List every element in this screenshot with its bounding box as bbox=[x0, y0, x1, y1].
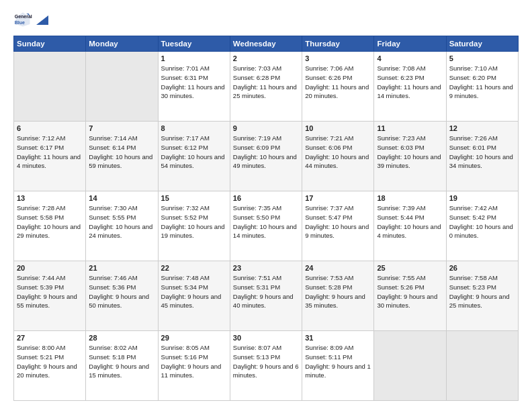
sunset-text: Sunset: 6:20 PM bbox=[449, 74, 496, 81]
day-header-sunday: Sunday bbox=[14, 36, 86, 52]
sunset-text: Sunset: 5:47 PM bbox=[305, 214, 352, 221]
sunset-text: Sunset: 6:12 PM bbox=[161, 144, 208, 151]
day-number: 27 bbox=[17, 334, 83, 342]
daylight-text: Daylight: 11 hours and 30 minutes. bbox=[161, 83, 225, 100]
sunrise-text: Sunrise: 7:55 AM bbox=[377, 274, 425, 281]
sunset-text: Sunset: 5:50 PM bbox=[233, 214, 280, 221]
day-number: 6 bbox=[17, 124, 83, 132]
day-info: Sunrise: 7:08 AMSunset: 6:23 PMDaylight:… bbox=[377, 64, 443, 101]
logo: General Blue bbox=[13, 10, 48, 29]
sunset-text: Sunset: 5:18 PM bbox=[89, 353, 136, 361]
calendar-header-row: SundayMondayTuesdayWednesdayThursdayFrid… bbox=[14, 36, 519, 52]
calendar-day-cell bbox=[374, 331, 446, 401]
daylight-text: Daylight: 11 hours and 20 minutes. bbox=[305, 83, 369, 100]
day-number: 29 bbox=[161, 334, 227, 342]
day-info: Sunrise: 7:42 AMSunset: 5:42 PMDaylight:… bbox=[449, 203, 515, 240]
day-info: Sunrise: 7:17 AMSunset: 6:12 PMDaylight:… bbox=[161, 134, 227, 171]
day-number: 17 bbox=[305, 194, 371, 202]
svg-marker-5 bbox=[36, 15, 48, 25]
daylight-text: Daylight: 9 hours and 55 minutes. bbox=[17, 293, 77, 310]
sunset-text: Sunset: 5:39 PM bbox=[17, 283, 64, 291]
calendar-week-row: 1Sunrise: 7:01 AMSunset: 6:31 PMDaylight… bbox=[14, 52, 519, 122]
day-info: Sunrise: 7:37 AMSunset: 5:47 PMDaylight:… bbox=[305, 203, 371, 240]
sunrise-text: Sunrise: 8:09 AM bbox=[305, 344, 353, 351]
daylight-text: Daylight: 11 hours and 25 minutes. bbox=[233, 83, 297, 100]
day-number: 11 bbox=[377, 124, 443, 132]
sunrise-text: Sunrise: 8:00 AM bbox=[17, 344, 65, 351]
daylight-text: Daylight: 10 hours and 34 minutes. bbox=[449, 153, 513, 170]
calendar-day-cell: 15Sunrise: 7:32 AMSunset: 5:52 PMDayligh… bbox=[158, 191, 230, 261]
sunrise-text: Sunrise: 8:02 AM bbox=[89, 344, 137, 351]
calendar-day-cell: 17Sunrise: 7:37 AMSunset: 5:47 PMDayligh… bbox=[302, 191, 374, 261]
daylight-text: Daylight: 9 hours and 50 minutes. bbox=[89, 293, 149, 310]
day-number: 24 bbox=[305, 264, 371, 272]
svg-text:General: General bbox=[15, 14, 32, 19]
calendar-day-cell: 3Sunrise: 7:06 AMSunset: 6:26 PMDaylight… bbox=[302, 52, 374, 122]
day-info: Sunrise: 8:07 AMSunset: 5:13 PMDaylight:… bbox=[233, 343, 299, 380]
logo-triangle-icon bbox=[36, 15, 48, 25]
sunrise-text: Sunrise: 7:03 AM bbox=[233, 64, 281, 72]
sunset-text: Sunset: 6:06 PM bbox=[305, 144, 352, 151]
day-info: Sunrise: 8:05 AMSunset: 5:16 PMDaylight:… bbox=[161, 343, 227, 380]
sunrise-text: Sunrise: 7:32 AM bbox=[161, 204, 210, 212]
sunset-text: Sunset: 5:52 PM bbox=[161, 214, 208, 221]
sunset-text: Sunset: 5:11 PM bbox=[305, 353, 352, 361]
calendar-day-cell: 6Sunrise: 7:12 AMSunset: 6:17 PMDaylight… bbox=[14, 122, 86, 191]
calendar-day-cell: 16Sunrise: 7:35 AMSunset: 5:50 PMDayligh… bbox=[230, 191, 302, 261]
sunset-text: Sunset: 5:55 PM bbox=[89, 214, 136, 221]
sunrise-text: Sunrise: 7:17 AM bbox=[161, 134, 210, 142]
sunrise-text: Sunrise: 7:46 AM bbox=[89, 274, 137, 281]
calendar-day-cell: 30Sunrise: 8:07 AMSunset: 5:13 PMDayligh… bbox=[230, 331, 302, 401]
calendar: SundayMondayTuesdayWednesdayThursdayFrid… bbox=[13, 36, 519, 401]
day-number: 28 bbox=[89, 334, 154, 342]
day-info: Sunrise: 7:48 AMSunset: 5:34 PMDaylight:… bbox=[161, 273, 227, 310]
daylight-text: Daylight: 10 hours and 59 minutes. bbox=[89, 153, 152, 170]
sunset-text: Sunset: 6:14 PM bbox=[89, 144, 136, 151]
daylight-text: Daylight: 9 hours and 6 minutes. bbox=[233, 363, 299, 379]
calendar-day-cell: 1Sunrise: 7:01 AMSunset: 6:31 PMDaylight… bbox=[158, 52, 230, 122]
day-number: 21 bbox=[89, 264, 154, 272]
day-info: Sunrise: 7:10 AMSunset: 6:20 PMDaylight:… bbox=[449, 64, 515, 101]
daylight-text: Daylight: 10 hours and 24 minutes. bbox=[89, 223, 152, 240]
calendar-day-cell: 28Sunrise: 8:02 AMSunset: 5:18 PMDayligh… bbox=[86, 331, 158, 401]
sunset-text: Sunset: 6:31 PM bbox=[161, 74, 208, 81]
day-number: 31 bbox=[305, 334, 371, 342]
daylight-text: Daylight: 9 hours and 20 minutes. bbox=[17, 363, 77, 379]
daylight-text: Daylight: 10 hours and 9 minutes. bbox=[305, 223, 369, 240]
calendar-week-row: 20Sunrise: 7:44 AMSunset: 5:39 PMDayligh… bbox=[14, 261, 519, 331]
calendar-day-cell: 26Sunrise: 7:58 AMSunset: 5:23 PMDayligh… bbox=[446, 261, 518, 331]
day-header-saturday: Saturday bbox=[446, 36, 518, 52]
calendar-day-cell bbox=[446, 331, 518, 401]
calendar-day-cell bbox=[86, 52, 158, 122]
day-info: Sunrise: 7:14 AMSunset: 6:14 PMDaylight:… bbox=[89, 134, 154, 171]
day-info: Sunrise: 7:26 AMSunset: 6:01 PMDaylight:… bbox=[449, 134, 515, 171]
day-info: Sunrise: 8:09 AMSunset: 5:11 PMDaylight:… bbox=[305, 343, 371, 380]
day-number: 15 bbox=[161, 194, 227, 202]
sunset-text: Sunset: 5:13 PM bbox=[233, 353, 280, 361]
sunrise-text: Sunrise: 7:01 AM bbox=[161, 64, 210, 72]
daylight-text: Daylight: 10 hours and 39 minutes. bbox=[377, 153, 441, 170]
day-info: Sunrise: 7:46 AMSunset: 5:36 PMDaylight:… bbox=[89, 273, 154, 310]
day-header-tuesday: Tuesday bbox=[158, 36, 230, 52]
sunset-text: Sunset: 5:58 PM bbox=[17, 214, 64, 221]
day-info: Sunrise: 7:58 AMSunset: 5:23 PMDaylight:… bbox=[449, 273, 515, 310]
daylight-text: Daylight: 9 hours and 45 minutes. bbox=[161, 293, 222, 310]
calendar-day-cell: 19Sunrise: 7:42 AMSunset: 5:42 PMDayligh… bbox=[446, 191, 518, 261]
sunrise-text: Sunrise: 7:58 AM bbox=[449, 274, 498, 281]
day-info: Sunrise: 7:53 AMSunset: 5:28 PMDaylight:… bbox=[305, 273, 371, 310]
daylight-text: Daylight: 11 hours and 14 minutes. bbox=[377, 83, 441, 100]
sunset-text: Sunset: 6:03 PM bbox=[377, 144, 424, 151]
day-info: Sunrise: 7:32 AMSunset: 5:52 PMDaylight:… bbox=[161, 203, 227, 240]
sunset-text: Sunset: 5:31 PM bbox=[233, 283, 280, 291]
day-number: 20 bbox=[17, 264, 83, 272]
day-header-wednesday: Wednesday bbox=[230, 36, 302, 52]
daylight-text: Daylight: 10 hours and 19 minutes. bbox=[161, 223, 225, 240]
calendar-day-cell: 22Sunrise: 7:48 AMSunset: 5:34 PMDayligh… bbox=[158, 261, 230, 331]
day-header-monday: Monday bbox=[86, 36, 158, 52]
day-info: Sunrise: 7:30 AMSunset: 5:55 PMDaylight:… bbox=[89, 203, 154, 240]
calendar-day-cell bbox=[14, 52, 86, 122]
sunrise-text: Sunrise: 7:23 AM bbox=[377, 134, 425, 142]
day-number: 18 bbox=[377, 194, 443, 202]
sunrise-text: Sunrise: 7:10 AM bbox=[449, 64, 498, 72]
sunrise-text: Sunrise: 8:07 AM bbox=[233, 344, 281, 351]
